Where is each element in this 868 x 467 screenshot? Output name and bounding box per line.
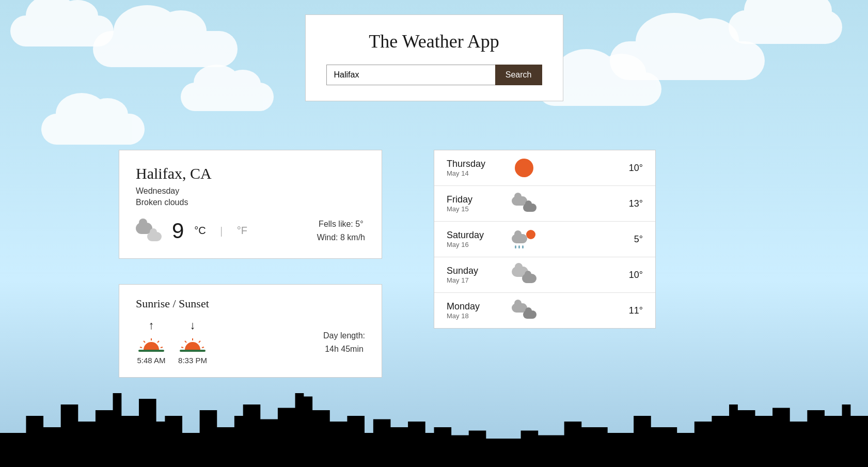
forecast-day-name: Friday xyxy=(447,194,509,205)
rain-icon xyxy=(512,230,536,248)
forecast-day-info: Saturday May 16 xyxy=(447,230,509,248)
svg-line-2 xyxy=(157,341,159,343)
forecast-day-name: Saturday xyxy=(447,230,509,241)
sunrise-time: 5:48 AM xyxy=(137,356,165,365)
city-name: Halifax, CA xyxy=(136,165,365,182)
forecast-temp: 13° xyxy=(617,198,643,209)
day-name: Wednesday xyxy=(136,186,365,196)
forecast-icon xyxy=(509,159,540,177)
up-arrow-icon: ↑ xyxy=(149,320,154,331)
forecast-day-info: Friday May 15 xyxy=(447,194,509,213)
weather-description: Broken clouds xyxy=(136,198,365,207)
svg-line-9 xyxy=(185,341,186,343)
cloudy2-icon xyxy=(512,302,536,319)
temp-unit-separator: | xyxy=(220,225,223,237)
forecast-temp: 10° xyxy=(617,270,643,281)
sunrise-row: ↑ 5:48 AM ↓ xyxy=(136,320,365,365)
forecast-row: Friday May 15 13° xyxy=(434,186,655,222)
forecast-icon xyxy=(509,195,540,212)
cloudy-icon xyxy=(512,195,536,212)
svg-line-3 xyxy=(144,341,145,343)
header-card: The Weather App Search xyxy=(305,14,563,101)
forecast-icon xyxy=(509,267,540,283)
forecast-date: May 15 xyxy=(447,205,509,213)
forecast-row: Thursday May 14 10° xyxy=(434,150,655,186)
forecast-temp: 5° xyxy=(617,234,643,245)
svg-line-10 xyxy=(181,347,183,348)
forecast-day-name: Sunday xyxy=(447,266,509,276)
sun-icon xyxy=(515,159,533,177)
temp-unit-fahrenheit[interactable]: °F xyxy=(237,225,247,237)
forecast-day-info: Monday May 18 xyxy=(447,301,509,320)
forecast-row: Saturday May 16 5° xyxy=(434,222,655,257)
feels-like: Fells like: 5° xyxy=(317,217,365,231)
forecast-row: Sunday May 17 10° xyxy=(434,257,655,293)
forecast-day-name: Thursday xyxy=(447,159,509,169)
sunrise-icon xyxy=(136,333,167,354)
main-content: The Weather App Search Halifax, CA Wedne… xyxy=(0,0,868,467)
forecast-row: Monday May 18 11° xyxy=(434,293,655,328)
temperature-row: 9 °C | °F Fells like: 5° Wind: 8 km/h xyxy=(136,217,365,244)
forecast-date: May 17 xyxy=(447,276,509,284)
weather-icon xyxy=(136,221,162,241)
day-length-value: 14h 45min xyxy=(323,343,365,356)
sunset-icon xyxy=(177,333,208,354)
forecast-day-info: Thursday May 14 xyxy=(447,159,509,177)
day-length: Day length: 14h 45min xyxy=(323,329,365,355)
weather-card: Halifax, CA Wednesday Broken clouds 9 °C… xyxy=(119,150,382,259)
svg-line-8 xyxy=(199,341,200,343)
forecast-temp: 11° xyxy=(617,305,643,316)
search-input[interactable] xyxy=(326,65,495,85)
sunset-time: 8:33 PM xyxy=(178,356,207,365)
forecast-temp: 10° xyxy=(617,163,643,174)
temperature-value: 9 xyxy=(172,219,184,243)
temp-unit-celsius[interactable]: °C xyxy=(194,225,206,237)
forecast-day-info: Sunday May 17 xyxy=(447,266,509,284)
forecast-day-name: Monday xyxy=(447,301,509,312)
svg-rect-0 xyxy=(138,350,164,352)
search-button[interactable]: Search xyxy=(495,65,542,85)
forecast-date: May 18 xyxy=(447,312,509,320)
forecast-date: May 16 xyxy=(447,241,509,248)
app-title: The Weather App xyxy=(326,30,542,52)
sunrise-item: ↑ 5:48 AM xyxy=(136,320,167,365)
search-bar: Search xyxy=(326,65,542,85)
forecast-card: Thursday May 14 10° Friday May 15 13° xyxy=(434,150,656,329)
day-length-label: Day length: xyxy=(323,329,365,343)
overcast-icon xyxy=(512,267,536,283)
svg-rect-6 xyxy=(180,350,206,352)
down-arrow-icon: ↓ xyxy=(190,320,196,331)
svg-line-4 xyxy=(140,347,142,348)
forecast-icon xyxy=(509,230,540,248)
sunset-item: ↓ 8:33 PM xyxy=(177,320,208,365)
svg-line-5 xyxy=(161,347,163,348)
feels-wind: Fells like: 5° Wind: 8 km/h xyxy=(317,217,365,244)
sunrise-card: Sunrise / Sunset ↑ 5:48 AM xyxy=(119,284,382,378)
svg-line-11 xyxy=(202,347,204,348)
forecast-icon xyxy=(509,302,540,319)
forecast-date: May 14 xyxy=(447,169,509,177)
wind-speed: Wind: 8 km/h xyxy=(317,231,365,244)
sunrise-title: Sunrise / Sunset xyxy=(136,297,365,310)
